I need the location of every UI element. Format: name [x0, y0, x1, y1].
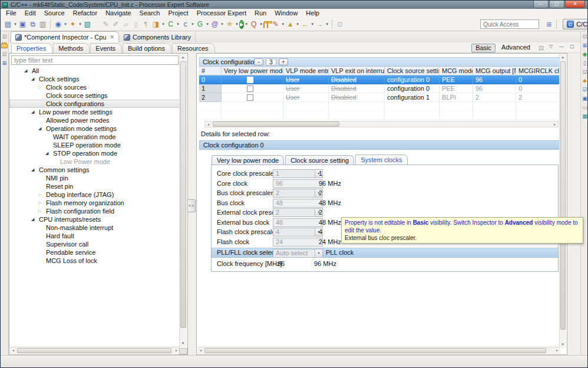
menu-edit[interactable]: Edit	[21, 9, 40, 18]
collapse-panel-button[interactable]: <<	[187, 199, 196, 212]
restore-pane-icon[interactable]: ⊡	[1, 33, 8, 40]
open-resource-icon[interactable]	[267, 22, 268, 28]
save-icon[interactable]: ▣	[18, 19, 28, 29]
tab-clock-source-setting[interactable]: Clock source setting	[285, 155, 354, 165]
scroll-up-icon[interactable]: ▲	[560, 54, 566, 61]
tab-methods[interactable]: Methods	[53, 43, 90, 53]
tree-item-pendable-service[interactable]: Pendable service	[9, 248, 180, 257]
run-icon[interactable]: ▶	[239, 20, 244, 29]
expand-arrow-icon[interactable]: ▷	[38, 207, 41, 215]
search-icon[interactable]: ✎	[270, 19, 280, 29]
expand-arrow-icon[interactable]: ◢	[31, 166, 34, 174]
bus-clock-field[interactable]: 48	[273, 199, 323, 208]
tree-item-stop-operation-mode[interactable]: ◢STOP operation mode	[9, 149, 180, 157]
new-class-icon[interactable]: C	[166, 19, 176, 29]
expand-arrow-icon[interactable]: ◢	[31, 215, 34, 224]
scroll-down-icon[interactable]: ▼	[560, 341, 566, 348]
expand-arrow-icon[interactable]: ◢	[31, 75, 34, 83]
restore-pane-icon[interactable]: ⊡	[1, 51, 8, 58]
menu-window[interactable]: Window	[270, 9, 302, 18]
expand-arrow-icon[interactable]: ◢	[24, 67, 27, 75]
new-package-icon[interactable]: ◨	[151, 19, 161, 29]
tree-item-debug-interface[interactable]: ▷Debug interface (JTAG)	[9, 190, 180, 199]
back-dropdown-icon[interactable]: ▾	[310, 22, 315, 27]
tree-item-all[interactable]: ◢All	[9, 67, 180, 75]
tree-item-mcg-loss-of-lock[interactable]: MCG Loss of lock	[9, 257, 180, 265]
new-package-dropdown-icon[interactable]: ▾	[161, 22, 166, 27]
last-edit-dropdown-icon[interactable]: ▾	[295, 22, 300, 27]
maximize-view-icon[interactable]: ▢	[569, 44, 576, 49]
last-edit-icon[interactable]: ▲	[285, 19, 295, 29]
menu-file[interactable]: File	[2, 9, 21, 18]
debug-dropdown-icon[interactable]: ▾	[63, 22, 68, 27]
menu-search[interactable]: Search	[136, 9, 164, 18]
scroll-left-icon[interactable]: ◂	[10, 347, 16, 354]
tree-item-wait-operation-mode[interactable]: WAIT operation mode	[9, 133, 180, 141]
search-dropdown-icon[interactable]: ▾	[280, 22, 285, 27]
tree-item-sleep-operation-mode[interactable]: SLEEP operation mode	[9, 141, 180, 149]
new-c-file-dropdown-icon[interactable]: ▾	[190, 22, 195, 27]
expand-arrow-icon[interactable]: ▷	[38, 83, 41, 91]
menu-project[interactable]: Project	[164, 9, 192, 18]
table-view-icon[interactable]: ▦	[582, 113, 588, 120]
vlp-checkbox[interactable]	[247, 77, 253, 83]
scroll-up-icon[interactable]: ▲	[180, 54, 186, 61]
tree-item-clock-source-settings[interactable]: Clock source settings	[9, 91, 180, 100]
external-clock-prescaler-select[interactable]: 2▾	[273, 208, 323, 217]
build-hammer-icon[interactable]: ✦	[68, 19, 78, 29]
column-header-num[interactable]: #	[199, 67, 222, 75]
column-header-clock-source[interactable]: Clock source setting	[385, 67, 440, 75]
tree-item-cpu-interrupts-resets[interactable]: ◢CPU interrupts/resets	[9, 215, 180, 224]
new-class-dropdown-icon[interactable]: ▾	[176, 22, 180, 27]
tree-item-reset-pin[interactable]: Reset pin	[9, 182, 180, 190]
save-all-icon[interactable]: ⧉	[28, 19, 38, 29]
target-view-icon[interactable]: ◉	[582, 51, 588, 58]
outline-view-icon[interactable]: ⊞	[582, 42, 588, 49]
add-configuration-button[interactable]: +	[279, 58, 288, 65]
expand-arrow-icon[interactable]: ◢	[38, 124, 41, 133]
tab-component-inspector[interactable]: *Component Inspector - Cpu ✕	[11, 31, 119, 42]
tree-item-flash-configuration-field[interactable]: ▷Flash configuration field	[9, 207, 180, 215]
tree-horizontal-scrollbar[interactable]: ◂ ▸	[10, 347, 180, 354]
tab-properties[interactable]: Properties	[11, 43, 52, 53]
debug-icon[interactable]: ◉	[53, 19, 63, 29]
quick-access-input[interactable]	[480, 19, 539, 29]
expand-arrow-icon[interactable]: ◢	[45, 149, 48, 157]
run-last-dropdown-icon[interactable]: ▾	[259, 22, 263, 27]
menu-source[interactable]: Source	[40, 9, 69, 18]
menu-processor-expert[interactable]: Processor Expert	[193, 9, 250, 18]
flash-clock-field[interactable]: 24	[273, 238, 323, 247]
new-wizard-icon[interactable]: ▤	[3, 19, 13, 29]
basic-visibility-button[interactable]: Basic	[471, 44, 495, 52]
run-last-icon[interactable]: Q	[249, 19, 259, 29]
tab-system-clocks[interactable]: System clocks	[355, 155, 407, 165]
column-header-mcg-output[interactable]: MCG output [MHz]	[473, 67, 516, 75]
scroll-right-icon[interactable]: ▸	[551, 121, 558, 127]
remove-configuration-button[interactable]: -	[254, 58, 263, 65]
tree-item-supervisor-call[interactable]: Supervisor call	[9, 240, 180, 248]
tab-components-library[interactable]: Components Library	[119, 31, 196, 42]
generate-code-icon[interactable]: ▧	[82, 19, 93, 29]
view-menu-icon[interactable]: ▽	[547, 44, 554, 49]
expand-arrow-icon[interactable]: ▷	[38, 190, 41, 199]
maximize-button[interactable]: ▢	[549, 1, 564, 8]
scroll-down-icon[interactable]: ▼	[180, 340, 186, 347]
cpp-perspective-button[interactable]: C C/C++	[563, 19, 588, 29]
pll-fll-clock-select[interactable]: Auto select▾	[273, 249, 323, 258]
external-tools-icon[interactable]: ✳	[224, 19, 234, 29]
tree-item-common-settings[interactable]: ◢Common settings	[9, 166, 180, 174]
window-view-icon[interactable]: ⊡	[582, 68, 588, 75]
scroll-left-icon[interactable]: ◂	[197, 347, 204, 354]
tree-item-clock-sources[interactable]: ▷Clock sources	[9, 83, 180, 91]
scroll-left-icon[interactable]: ◂	[205, 121, 212, 127]
core-clock-field[interactable]: 96	[273, 179, 323, 188]
external-tools-dropdown-icon[interactable]: ▾	[234, 22, 239, 27]
new-g-element-icon[interactable]: G	[195, 19, 205, 29]
tab-very-low-power-mode[interactable]: Very low power mode	[212, 155, 284, 165]
tree-item-non-maskable-interrupt[interactable]: Non-maskable interrupt	[9, 224, 180, 232]
core-clock-prescaler-select[interactable]: 1▾	[273, 169, 323, 178]
build-dropdown-icon[interactable]: ▾	[78, 22, 82, 27]
vlp-checkbox[interactable]	[247, 94, 253, 101]
new-g-element-dropdown-icon[interactable]: ▾	[205, 22, 210, 27]
new-dropdown-icon[interactable]: ▾	[13, 22, 18, 27]
